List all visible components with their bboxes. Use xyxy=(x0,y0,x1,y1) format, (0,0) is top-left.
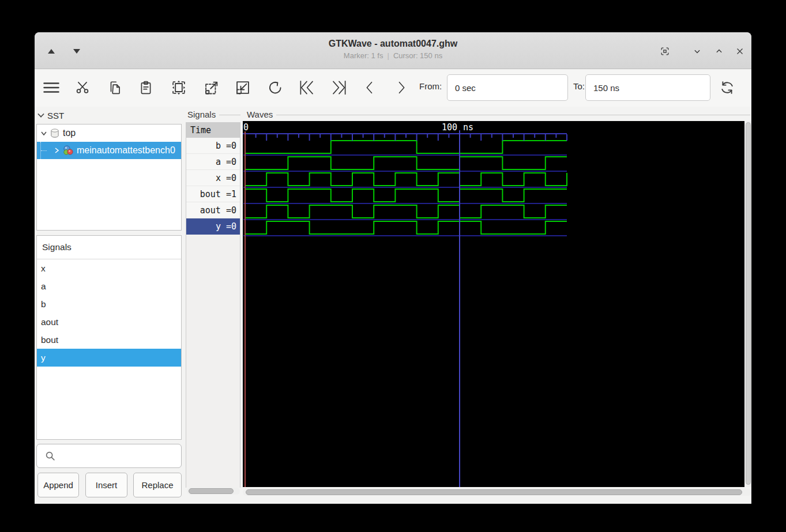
replace-button[interactable]: Replace xyxy=(133,473,182,497)
chevron-up-icon xyxy=(713,46,725,57)
undo-button[interactable] xyxy=(264,77,286,99)
sst-label: SST xyxy=(47,111,64,120)
chevron-down-icon xyxy=(691,46,703,57)
to-input[interactable]: 150 ns xyxy=(585,74,710,101)
trace-value: y =0 xyxy=(216,221,236,232)
trace-row-a[interactable]: a =0 xyxy=(186,154,240,170)
signal-list: Signals x a b aout bout y xyxy=(36,235,182,440)
scrollbar-thumb[interactable] xyxy=(246,489,742,495)
copy-icon xyxy=(107,80,122,95)
signals-value-panel: Signals Time b =0 a =0 x =0 bout =1 aout… xyxy=(186,107,240,504)
scrollbar-thumb[interactable] xyxy=(746,122,751,485)
main-area: SST top xyxy=(35,107,751,504)
trace-row-x[interactable]: x =0 xyxy=(186,170,240,186)
waveform-plot: 0100ns xyxy=(243,121,744,487)
marker-status: Marker: 1 fs xyxy=(344,51,383,60)
to-value: 150 ns xyxy=(593,83,619,93)
reload-button[interactable] xyxy=(716,77,738,99)
window-subtitle: Marker: 1 fs|Cursor: 150 ns xyxy=(35,51,751,60)
tree-item-testbench[interactable]: meinautomattestbench0 xyxy=(37,142,181,159)
signal-search-input[interactable] xyxy=(36,444,182,468)
roll-up-button[interactable] xyxy=(710,43,728,60)
signals-hscrollbar[interactable] xyxy=(187,488,240,495)
from-input[interactable]: 0 sec xyxy=(447,74,568,101)
tree-item-label: meinautomattestbench0 xyxy=(77,145,175,156)
signal-list-item-aout[interactable]: aout xyxy=(37,313,181,331)
waves-frame-label: Waves xyxy=(247,110,273,119)
insert-label: Insert xyxy=(96,480,118,490)
waves-hscrollbar[interactable] xyxy=(243,489,751,496)
search-icon xyxy=(44,450,57,462)
copy-button[interactable] xyxy=(104,77,126,99)
trace-value: aout =0 xyxy=(200,205,236,216)
append-button[interactable]: Append xyxy=(37,473,79,497)
svg-text:ns: ns xyxy=(463,122,473,133)
paste-button[interactable] xyxy=(135,77,157,99)
trace-row-aout[interactable]: aout =0 xyxy=(186,202,240,218)
maximize-icon xyxy=(659,46,671,57)
from-label: From: xyxy=(419,81,442,91)
signal-name: y xyxy=(41,353,46,363)
maximize-button[interactable] xyxy=(656,43,674,60)
trace-row-bout[interactable]: bout =1 xyxy=(186,186,240,202)
tree-item-label: top xyxy=(63,128,76,138)
trace-value: a =0 xyxy=(216,157,236,167)
signal-list-item-x[interactable]: x xyxy=(37,259,181,277)
zoom-out-button[interactable] xyxy=(232,77,254,99)
menu-button[interactable] xyxy=(40,77,62,99)
signal-list-item-a[interactable]: a xyxy=(37,277,181,295)
zoom-fit-icon xyxy=(171,80,187,96)
insert-button[interactable]: Insert xyxy=(85,473,127,497)
paste-icon xyxy=(138,80,153,95)
skip-to-start-icon xyxy=(298,79,315,96)
signal-name: a xyxy=(41,281,46,292)
gtkwave-window: GTKWave - automat0047.ghw Marker: 1 fs|C… xyxy=(35,32,751,504)
skip-to-end-button[interactable] xyxy=(328,77,350,99)
expander-right-icon xyxy=(53,147,60,154)
waves-vscrollbar[interactable] xyxy=(745,121,751,487)
trace-row-b[interactable]: b =0 xyxy=(186,138,240,154)
tree-item-top[interactable]: top xyxy=(37,124,181,142)
next-edge-button[interactable] xyxy=(390,77,412,99)
expander-down-icon xyxy=(40,130,47,137)
frame-line xyxy=(219,115,240,115)
waves-panel: Waves 0100ns xyxy=(243,107,751,504)
menu-icon xyxy=(42,79,61,96)
zoom-out-icon xyxy=(235,80,251,96)
time-header[interactable]: Time xyxy=(186,123,240,138)
zoom-fit-button[interactable] xyxy=(168,77,190,99)
sst-tree: top meinautomattestbench0 xyxy=(36,124,182,231)
signal-name: x xyxy=(41,263,46,274)
signal-name: aout xyxy=(41,317,58,327)
signal-list-header: Signals xyxy=(37,236,181,259)
reload-icon xyxy=(719,80,735,96)
signal-name: b xyxy=(41,299,46,310)
window-title: GTKWave - automat0047.ghw xyxy=(35,39,751,49)
cut-icon xyxy=(75,80,90,95)
hierarchy-icon xyxy=(50,128,60,138)
trace-row-y[interactable]: y =0 xyxy=(186,218,240,235)
close-button[interactable] xyxy=(731,43,749,60)
wave-canvas[interactable]: 0100ns xyxy=(243,121,744,487)
prev-edge-button[interactable] xyxy=(359,77,381,99)
chevron-right-icon xyxy=(393,80,409,96)
skip-to-start-button[interactable] xyxy=(296,77,318,99)
signal-list-item-bout[interactable]: bout xyxy=(37,331,181,349)
to-label: To: xyxy=(573,81,585,91)
signals-frame-label: Signals xyxy=(187,110,216,119)
chevron-down-icon xyxy=(37,111,44,117)
replace-label: Replace xyxy=(141,480,173,490)
cut-button[interactable] xyxy=(72,77,93,99)
skip-to-end-icon xyxy=(330,79,348,96)
titlebar: GTKWave - automat0047.ghw Marker: 1 fs|C… xyxy=(35,32,751,69)
sst-expander[interactable]: SST xyxy=(37,108,64,122)
roll-down-button[interactable] xyxy=(689,43,706,60)
scrollbar-thumb[interactable] xyxy=(189,488,234,494)
zoom-in-button[interactable] xyxy=(201,77,223,99)
signal-list-item-y[interactable]: y xyxy=(37,349,181,367)
tree-guide-line xyxy=(40,142,50,159)
zoom-in-icon xyxy=(204,80,220,96)
signals-value-box: Time b =0 a =0 x =0 bout =1 aout =0 y =0 xyxy=(186,122,240,488)
signal-list-item-b[interactable]: b xyxy=(37,295,181,313)
chevron-left-icon xyxy=(362,80,378,96)
